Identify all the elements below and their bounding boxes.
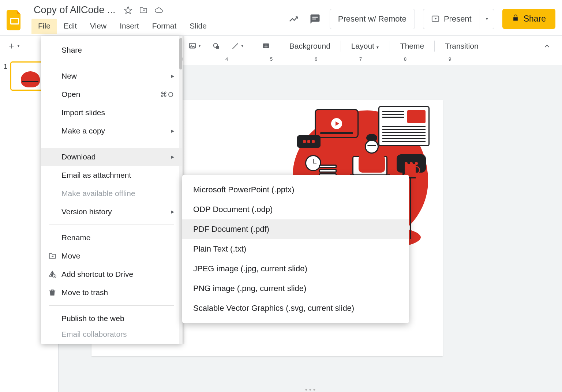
new-slide-button[interactable]: ▼ — [4, 40, 24, 52]
file-menu-trash[interactable]: Move to trash — [41, 283, 182, 302]
move-icon — [48, 251, 57, 261]
file-menu-move[interactable]: Move — [41, 247, 182, 265]
file-menu-rename[interactable]: Rename — [41, 229, 182, 247]
document-title[interactable]: Copy of AllCode ... — [31, 4, 118, 16]
svg-rect-3 — [312, 18, 316, 19]
share-label: Share — [524, 14, 546, 24]
drive-shortcut-icon — [48, 270, 57, 279]
share-button[interactable]: Share — [502, 9, 555, 29]
insert-image-button[interactable]: ▼ — [185, 40, 205, 52]
file-menu-make-offline: Make available offline — [41, 184, 182, 203]
file-menu-new[interactable]: New▶ — [41, 67, 182, 85]
menu-insert[interactable]: Insert — [113, 19, 146, 34]
toolbar-separator — [341, 41, 341, 52]
present-label: Present — [444, 14, 472, 24]
file-menu-share[interactable]: Share — [41, 41, 182, 59]
svg-rect-1 — [11, 19, 18, 23]
svg-point-6 — [191, 45, 191, 45]
video-card-icon — [315, 109, 359, 138]
svg-rect-8 — [216, 46, 219, 49]
star-icon[interactable] — [123, 5, 133, 15]
theme-button[interactable]: Theme — [395, 39, 429, 53]
menu-format[interactable]: Format — [146, 19, 183, 34]
file-menu-email-collaborators[interactable]: Email collaborators — [41, 328, 182, 339]
file-menu-email-attachment[interactable]: Email as attachment — [41, 166, 182, 184]
toolbar-separator — [253, 41, 253, 52]
pane-resize-handle[interactable] — [306, 389, 315, 391]
download-txt[interactable]: Plain Text (.txt) — [182, 239, 409, 259]
trash-icon — [48, 288, 57, 297]
download-jpg[interactable]: JPEG image (.jpg, current slide) — [182, 259, 409, 279]
insert-shape-button[interactable] — [209, 40, 224, 52]
download-png[interactable]: PNG image (.png, current slide) — [182, 279, 409, 298]
toolbar-separator — [434, 41, 435, 52]
svg-rect-2 — [312, 16, 318, 18]
menu-slide[interactable]: Slide — [183, 19, 213, 34]
present-button[interactable]: Present — [423, 9, 480, 29]
file-menu-open[interactable]: Open⌘O — [41, 85, 182, 103]
menu-file[interactable]: File — [31, 19, 57, 34]
background-button[interactable]: Background — [284, 39, 336, 53]
menu-edit[interactable]: Edit — [57, 19, 83, 34]
slides-logo[interactable] — [4, 10, 25, 30]
download-submenu: Microsoft PowerPoint (.pptx) ODP Documen… — [182, 175, 409, 323]
comments-icon[interactable] — [308, 12, 322, 26]
file-menu-import-slides[interactable]: Import slides — [41, 103, 182, 122]
layout-button[interactable]: Layout▼ — [346, 39, 385, 53]
collapse-toolbar-button[interactable] — [539, 40, 555, 52]
menu-view[interactable]: View — [83, 19, 113, 34]
file-menu-download[interactable]: Download▶ — [41, 148, 182, 166]
tag-card-icon — [297, 135, 321, 148]
lock-icon — [512, 14, 519, 24]
file-menu-version-history[interactable]: Version history▶ — [41, 203, 182, 221]
download-pdf[interactable]: PDF Document (.pdf) — [182, 219, 409, 239]
insert-line-button[interactable]: ▼ — [228, 40, 248, 52]
explore-trends-icon[interactable] — [287, 12, 300, 26]
present-remote-label: Present w/ Remote — [338, 14, 406, 24]
transition-button[interactable]: Transition — [440, 39, 483, 53]
present-play-icon — [431, 15, 439, 23]
toolbar-separator — [390, 41, 390, 52]
toolbar-separator — [279, 41, 279, 52]
move-folder-icon[interactable] — [138, 5, 149, 15]
present-remote-button[interactable]: Present w/ Remote — [330, 9, 415, 29]
menu-bar: File Edit View Insert Format Slide — [31, 19, 213, 34]
file-menu-add-shortcut[interactable]: Add shortcut to Drive — [41, 265, 182, 283]
insert-comment-button[interactable] — [258, 40, 274, 52]
file-menu-dropdown: Share New▶ Open⌘O Import slides Make a c… — [41, 36, 182, 344]
download-svg[interactable]: Scalable Vector Graphics (.svg, current … — [182, 298, 409, 318]
file-menu-make-copy[interactable]: Make a copy▶ — [41, 122, 182, 140]
slide-thumb-number: 1 — [4, 61, 7, 91]
app-header: Copy of AllCode ... File Edit View Inser… — [0, 0, 562, 36]
download-pptx[interactable]: Microsoft PowerPoint (.pptx) — [182, 180, 409, 200]
present-dropdown-button[interactable]: ▼ — [480, 9, 494, 29]
cloud-status-icon[interactable] — [154, 5, 164, 15]
download-odp[interactable]: ODP Document (.odp) — [182, 200, 409, 219]
file-menu-publish-web[interactable]: Publish to the web — [41, 309, 182, 328]
